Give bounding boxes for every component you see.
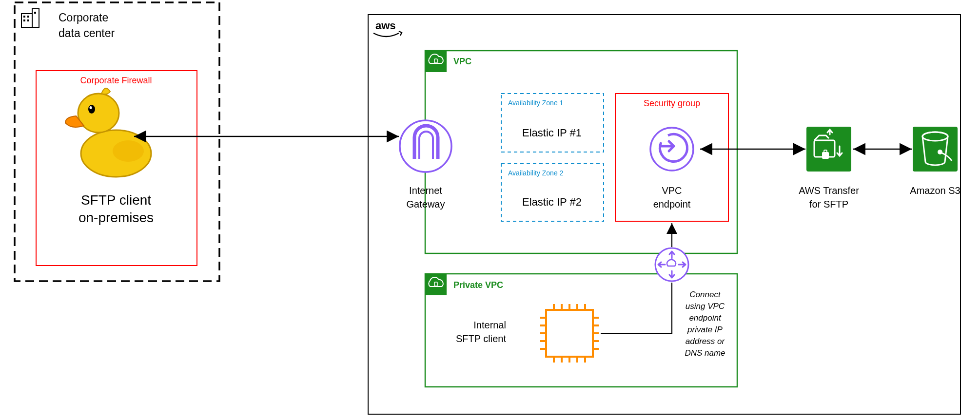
architecture-diagram: Corporate data center Corporate Firewall… (0, 0, 980, 420)
note-l4: private IP (687, 325, 723, 334)
svg-rect-6 (34, 12, 36, 14)
svg-rect-5 (27, 19, 29, 21)
svg-point-14 (400, 120, 451, 172)
sftp-client-duck-icon (65, 88, 151, 177)
building-icon (21, 9, 39, 27)
svg-point-10 (88, 105, 95, 114)
vpc-endpoint-label-1: VPC (662, 185, 682, 196)
svg-point-9 (78, 94, 119, 133)
az1-elastic: Elastic IP #1 (522, 127, 582, 139)
svg-rect-1 (32, 9, 39, 27)
svg-text:aws: aws (375, 19, 396, 32)
internal-client-label-2: SFTP client (456, 333, 506, 344)
svg-rect-4 (23, 19, 25, 21)
corporate-title-1: Corporate (59, 11, 108, 24)
az2-elastic: Elastic IP #2 (522, 196, 582, 208)
aws-transfer-label-2: for SFTP (809, 199, 848, 210)
internet-gateway-label-2: Gateway (407, 199, 445, 210)
connector-internal-peer (601, 283, 672, 333)
note-l1: Connect (689, 290, 721, 299)
az1-title: Availability Zone 1 (508, 99, 564, 107)
security-group-label: Security group (644, 98, 700, 108)
svg-rect-2 (23, 16, 25, 18)
aws-cloud-box (368, 15, 960, 414)
aws-logo: aws (373, 19, 402, 37)
s3-icon (913, 127, 958, 172)
sftp-client-label-2: on-premises (78, 210, 154, 225)
internet-gateway-icon (400, 120, 451, 172)
vpc-endpoint-label-2: endpoint (653, 199, 691, 210)
vpc-peering-icon (655, 248, 688, 281)
aws-transfer-label-1: AWS Transfer (799, 185, 859, 196)
vpc-label: VPC (453, 57, 471, 66)
private-vpc-label: Private VPC (453, 280, 503, 290)
aws-transfer-icon (806, 127, 851, 172)
firewall-label: Corporate Firewall (80, 76, 152, 85)
corporate-title-2: data center (59, 27, 115, 39)
s3-label: Amazon S3 (910, 185, 960, 196)
sftp-client-label-1: SFTP client (81, 192, 151, 208)
svg-rect-39 (806, 127, 851, 172)
internal-client-label-1: Internal (473, 320, 506, 330)
note-l3: endpoint (689, 313, 722, 323)
note-l5: address or (686, 337, 725, 346)
svg-rect-17 (546, 310, 593, 357)
note-l6: DNS name (685, 348, 725, 358)
svg-point-11 (90, 106, 92, 109)
az2-title: Availability Zone 2 (508, 169, 564, 177)
chip-icon (540, 304, 599, 363)
internet-gateway-label-1: Internet (409, 185, 442, 196)
note-l2: using VPC (686, 302, 725, 311)
svg-rect-0 (21, 14, 32, 27)
vpc-endpoint-icon (650, 128, 693, 171)
svg-rect-3 (27, 16, 29, 18)
svg-point-8 (113, 140, 144, 162)
